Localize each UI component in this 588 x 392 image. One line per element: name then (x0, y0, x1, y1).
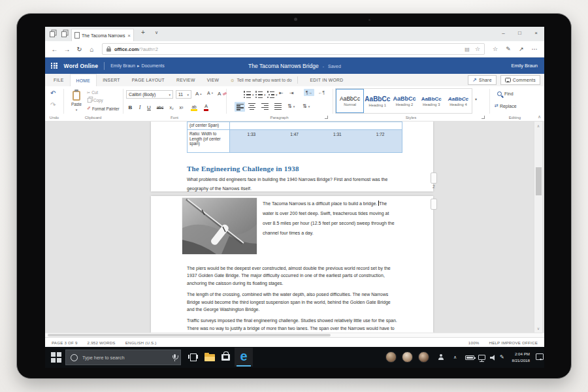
document-page[interactable]: The Tacoma Narrows is a difficult place … (151, 196, 433, 333)
breadcrumb-folder[interactable]: Documents (141, 63, 164, 68)
status-page-count[interactable]: PAGE 3 OF 9 (52, 340, 78, 345)
align-center-button[interactable] (248, 103, 255, 110)
font-size-combo[interactable]: 11 ▾ (176, 90, 191, 99)
back-icon[interactable]: ← (48, 46, 61, 53)
table-cell[interactable]: 1:33 (230, 130, 273, 152)
margin-marker[interactable] (431, 199, 437, 210)
app-name[interactable]: Word Online (64, 63, 99, 69)
document-photo[interactable] (182, 198, 257, 254)
align-left-button[interactable] (235, 102, 245, 112)
style-heading-3[interactable]: AaBbCc Heading 3 (418, 89, 445, 113)
minimize-button[interactable]: – (495, 27, 512, 41)
style-heading-4[interactable]: AaBbCc Heading 4 (445, 89, 472, 113)
edge-taskbar-button[interactable]: e (235, 348, 253, 367)
collapse-ribbon-icon[interactable]: ∧ (538, 114, 541, 120)
section-heading[interactable]: The Engineering Challenge in 1938 (187, 165, 299, 172)
tab-insert[interactable]: INSERT (97, 74, 126, 86)
replace-button[interactable]: ⇄ Replace (495, 103, 517, 108)
table-cell[interactable]: 1:47 (273, 130, 316, 152)
people-icon[interactable] (438, 354, 444, 360)
taskbar-clock[interactable]: 2:04 PM 8/21/2018 (507, 351, 530, 363)
document-canvas[interactable]: (of center Span) Ratio: Width to Length … (45, 122, 544, 333)
style-heading-1[interactable]: AaBbCc Heading 1 (364, 89, 391, 113)
document-title[interactable]: The Tacoma Narrows Bridge (248, 63, 319, 69)
horizontal-scrollbar[interactable] (45, 333, 544, 337)
tab-view[interactable]: VIEW (201, 74, 225, 86)
home-icon[interactable]: ⌂ (86, 46, 98, 53)
scrollbar-thumb[interactable] (48, 334, 331, 336)
paragraph-spacing-button[interactable]: ⇅▾ (302, 103, 310, 109)
document-page[interactable]: (of center Span) Ratio: Width to Length … (151, 122, 433, 191)
vertical-scrollbar[interactable]: ∧ ∨ (534, 122, 542, 333)
scrollbar-thumb[interactable] (536, 167, 542, 195)
comments-button[interactable]: Comments (500, 75, 540, 85)
table-cell[interactable]: Ratio: Width to Length (of center span) (188, 130, 230, 152)
search-input[interactable] (82, 355, 174, 361)
copy-button[interactable]: Copy (87, 97, 103, 103)
decrease-indent-button[interactable]: ⇤ (279, 90, 284, 96)
find-button[interactable]: Find (497, 91, 514, 96)
pen-icon[interactable]: ✎ (500, 354, 504, 360)
tell-me-box[interactable]: ☼ Tell me what you want to do (230, 74, 291, 86)
paragraph[interactable]: The Tacoma Narrows is a difficult place … (263, 198, 397, 254)
reading-view-icon[interactable]: ▤ (465, 46, 470, 52)
numbered-list-button[interactable]: ▾ (255, 91, 266, 98)
share-button[interactable]: ↗ Share (468, 75, 497, 85)
tab-file[interactable]: FILE (48, 74, 70, 86)
browser-tab[interactable]: The Tacoma Narrows Br × (71, 29, 134, 41)
start-button[interactable] (51, 352, 61, 363)
paragraph[interactable]: Traffic surveys imposed the final engine… (187, 317, 397, 333)
microphone-icon[interactable] (174, 354, 176, 358)
superscript-button[interactable]: x² (177, 103, 186, 112)
address-field[interactable]: office.com /?auth=2 ▤ ☆ (102, 43, 485, 55)
people-avatar[interactable] (402, 351, 413, 363)
table-cell[interactable] (230, 122, 402, 129)
status-language[interactable]: ENGLISH (U.S.) (125, 340, 157, 345)
people-avatar[interactable] (385, 351, 397, 363)
font-name-combo[interactable]: Calibri (Body) ▾ (126, 90, 173, 99)
close-button[interactable]: × (528, 27, 544, 41)
paste-button[interactable]: Paste ▾ (67, 88, 86, 114)
tabs-preview-icon[interactable] (61, 31, 67, 37)
refresh-icon[interactable]: ↻ (73, 46, 86, 53)
tab-list-chevron-icon[interactable]: ∨ (155, 30, 158, 35)
microsoft-store-icon[interactable] (221, 354, 230, 361)
action-center-icon[interactable] (536, 353, 544, 360)
file-explorer-icon[interactable] (204, 354, 215, 361)
tab-close-icon[interactable]: × (127, 33, 131, 39)
underline-button[interactable]: U (145, 103, 153, 112)
highlight-color-button[interactable]: ab (189, 103, 199, 112)
scroll-up-icon[interactable]: ∧ (534, 123, 542, 128)
annotate-pen-icon[interactable]: ✎ (502, 46, 515, 52)
speaker-icon[interactable] (490, 355, 497, 361)
cut-button[interactable]: ✂ Cut (87, 90, 98, 95)
increase-indent-button[interactable]: ⇥ (289, 90, 294, 96)
hub-favorites-icon[interactable]: ☆ (489, 46, 502, 52)
ltr-direction-button[interactable]: ¶→ (304, 89, 314, 96)
style-normal[interactable]: AaBbCc Normal (336, 89, 364, 113)
table-cell[interactable]: 1:72 (359, 130, 402, 152)
multilevel-list-button[interactable]: ▾ (267, 91, 278, 98)
set-tabs-aside-icon[interactable] (50, 31, 55, 37)
subscript-button[interactable]: x₂ (167, 103, 176, 112)
justify-button[interactable] (274, 103, 282, 110)
scroll-down-icon[interactable]: ∨ (534, 326, 542, 331)
style-heading-2[interactable]: AaBbCc Heading 2 (391, 89, 417, 113)
app-launcher-icon[interactable] (51, 63, 57, 69)
people-avatar[interactable] (418, 351, 429, 363)
network-icon[interactable] (478, 355, 485, 360)
line-spacing-button[interactable]: ⇅▾ (287, 103, 295, 109)
margin-marker[interactable] (431, 172, 437, 184)
taskbar-search-box[interactable] (65, 350, 181, 365)
undo-button[interactable]: ↶ (50, 90, 56, 97)
edit-in-word-button[interactable]: EDIT IN WORD (304, 74, 349, 86)
align-right-button[interactable] (261, 103, 269, 110)
add-favorite-star-icon[interactable]: ☆ (475, 46, 480, 52)
forward-icon[interactable]: → (61, 46, 73, 53)
share-icon[interactable]: ↗ (515, 46, 528, 52)
breadcrumb-user[interactable]: Emily Braun (110, 63, 135, 68)
table-cell[interactable]: (of center Span) (188, 122, 230, 129)
bullet-list-button[interactable]: ▾ (244, 91, 254, 98)
new-tab-button[interactable]: + (141, 29, 145, 36)
bold-button[interactable]: B (126, 103, 135, 112)
